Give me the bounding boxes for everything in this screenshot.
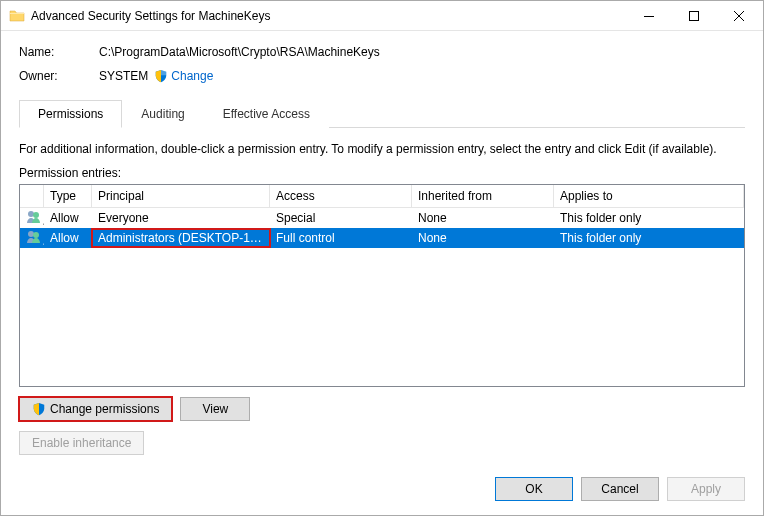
cell-type: Allow — [44, 229, 92, 247]
enable-inheritance-button: Enable inheritance — [19, 431, 144, 455]
table-row[interactable]: Allow Everyone Special None This folder … — [20, 208, 744, 228]
tab-effective-access[interactable]: Effective Access — [204, 100, 329, 128]
button-label: View — [202, 402, 228, 416]
grid-header: Type Principal Access Inherited from App… — [20, 185, 744, 208]
col-access[interactable]: Access — [270, 185, 412, 207]
maximize-button[interactable] — [671, 1, 716, 30]
col-applies[interactable]: Applies to — [554, 185, 744, 207]
view-button[interactable]: View — [180, 397, 250, 421]
col-type[interactable]: Type — [44, 185, 92, 207]
tab-strip: Permissions Auditing Effective Access — [19, 99, 745, 128]
button-label: Cancel — [601, 482, 638, 496]
cell-access: Special — [270, 209, 412, 227]
dialog-footer: OK Cancel Apply — [1, 467, 763, 515]
cell-principal: Administrators (DESKTOP-1M... — [92, 229, 270, 247]
name-row: Name: C:\ProgramData\Microsoft\Crypto\RS… — [19, 45, 745, 59]
permission-entries-grid: Type Principal Access Inherited from App… — [19, 184, 745, 387]
window-controls — [626, 1, 761, 30]
owner-label: Owner: — [19, 69, 99, 83]
button-label: Apply — [691, 482, 721, 496]
ok-button[interactable]: OK — [495, 477, 573, 501]
tab-permissions[interactable]: Permissions — [19, 100, 122, 128]
change-permissions-button[interactable]: Change permissions — [19, 397, 172, 421]
cell-principal: Everyone — [92, 209, 270, 227]
action-button-row: Change permissions View — [19, 397, 745, 421]
info-text: For additional information, double-click… — [19, 142, 745, 156]
apply-button: Apply — [667, 477, 745, 501]
grid-body: Allow Everyone Special None This folder … — [20, 208, 744, 386]
col-principal[interactable]: Principal — [92, 185, 270, 207]
svg-point-3 — [28, 231, 34, 237]
advanced-security-window: Advanced Security Settings for MachineKe… — [0, 0, 764, 516]
button-label: Change permissions — [50, 402, 159, 416]
shield-icon — [154, 69, 168, 83]
folder-icon — [9, 8, 25, 24]
close-button[interactable] — [716, 1, 761, 30]
titlebar[interactable]: Advanced Security Settings for MachineKe… — [1, 1, 763, 31]
svg-point-1 — [28, 211, 34, 217]
tab-auditing[interactable]: Auditing — [122, 100, 203, 128]
name-label: Name: — [19, 45, 99, 59]
svg-rect-0 — [689, 11, 698, 20]
cell-access: Full control — [270, 229, 412, 247]
window-title: Advanced Security Settings for MachineKe… — [31, 9, 626, 23]
button-label: Enable inheritance — [32, 436, 131, 450]
change-link-text: Change — [171, 69, 213, 83]
button-label: OK — [525, 482, 542, 496]
cell-applies: This folder only — [554, 209, 744, 227]
cell-type: Allow — [44, 209, 92, 227]
cell-inherited: None — [412, 229, 554, 247]
change-owner-link[interactable]: Change — [154, 69, 213, 83]
table-row[interactable]: Allow Administrators (DESKTOP-1M... Full… — [20, 228, 744, 248]
owner-value: SYSTEM Change — [99, 69, 213, 83]
owner-row: Owner: SYSTEM Change — [19, 69, 745, 83]
content-area: Name: C:\ProgramData\Microsoft\Crypto\RS… — [1, 31, 763, 467]
owner-text: SYSTEM — [99, 69, 148, 83]
cancel-button[interactable]: Cancel — [581, 477, 659, 501]
inheritance-button-row: Enable inheritance — [19, 431, 745, 455]
col-inherited[interactable]: Inherited from — [412, 185, 554, 207]
user-group-icon — [20, 227, 44, 250]
svg-point-4 — [33, 232, 39, 238]
cell-inherited: None — [412, 209, 554, 227]
svg-point-2 — [33, 212, 39, 218]
cell-applies: This folder only — [554, 229, 744, 247]
minimize-button[interactable] — [626, 1, 671, 30]
name-value: C:\ProgramData\Microsoft\Crypto\RSA\Mach… — [99, 45, 380, 59]
permission-entries-label: Permission entries: — [19, 166, 745, 180]
col-icon[interactable] — [20, 185, 44, 207]
shield-icon — [32, 402, 46, 416]
